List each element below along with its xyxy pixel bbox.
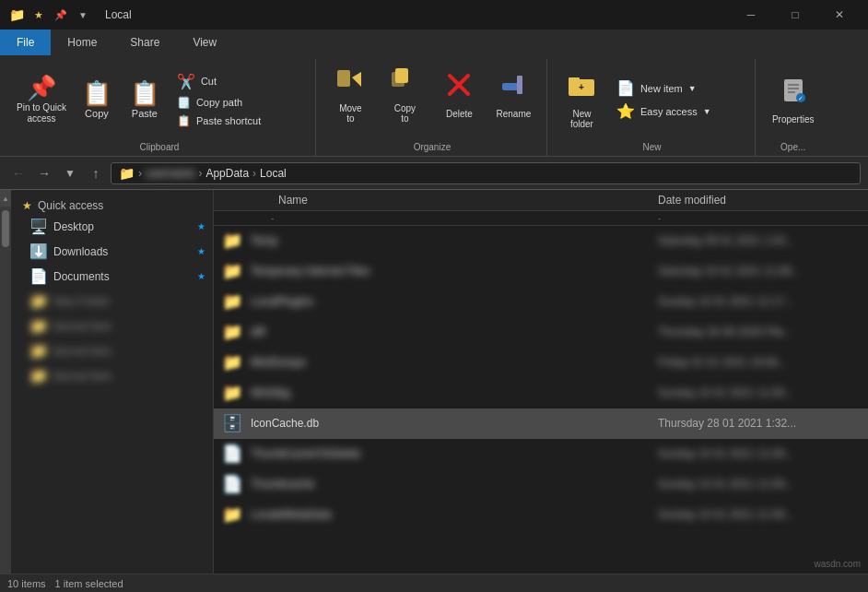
sort-name-indicator: - [271,213,658,223]
file-icon-4: 📁 [221,352,243,373]
quick-access-icon[interactable]: ★ [29,6,48,24]
pin-quickaccess-button[interactable]: 📌 Pin to Quick access [11,72,72,128]
ribbon-group-open: ✓ Properties Ope... [757,59,829,156]
move-to-icon [335,65,365,101]
table-row[interactable]: 📁 diff Thursday 26 09 2020 File... [214,317,868,348]
pin-icon[interactable]: 📌 [52,6,70,24]
file-icon-2: 📁 [221,291,243,312]
scroll-up-button[interactable]: ▲ [0,190,11,207]
paste-shortcut-button[interactable]: 📋 Paste shortcut [170,112,308,130]
maximize-button[interactable]: □ [774,2,816,28]
file-icon-9: 📁 [221,504,243,525]
svg-rect-3 [395,68,408,83]
documents-icon: 📄 [29,267,48,285]
copy-to-button[interactable]: Copy to [380,61,430,127]
sort-row: - - [214,211,868,226]
svg-rect-0 [337,70,350,87]
path-username: username [146,167,194,180]
cut-button[interactable]: ✂️ Cut [170,70,308,93]
path-appdata: AppData [205,167,249,180]
tab-home[interactable]: Home [51,30,113,55]
col-name-header[interactable]: Name [251,194,658,207]
table-row[interactable]: 📁 WinDbg Sunday 10 01 2021 11:05... [214,378,868,408]
new-item-arrow: ▼ [688,84,697,93]
easy-access-icon: ⭐ [616,102,635,120]
move-to-button[interactable]: Move to [325,61,376,127]
copy-path-button[interactable]: 🗒️ Copy path [170,93,308,112]
clipboard-label: Clipboard [140,138,180,152]
ribbon-group-clipboard: 📌 Pin to Quick access 📋 Copy 📋 Paste ✂️ … [4,59,316,156]
easy-access-button[interactable]: ⭐ Easy access ▼ [609,100,747,123]
copy-to-icon [390,65,419,101]
table-row[interactable]: 📁 LocalPlugins Sunday 10 01 2021 12:17..… [214,287,868,317]
item-count: 10 items [7,578,46,589]
sidebar-item-blurred2[interactable]: 📁 blurred item [11,338,213,363]
clipboard-buttons: 📌 Pin to Quick access 📋 Copy 📋 Paste ✂️ … [11,61,308,138]
file-icon-7: 📄 [221,444,243,464]
table-row[interactable]: 📄 ThumbCacheToDelete Sunday 10 01 2021 1… [214,439,868,469]
sidebar-item-desktop[interactable]: 🖥️ Desktop ★ [11,214,213,239]
sidebar-item-documents[interactable]: 📄 Documents ★ [11,264,213,289]
clipboard-small-col: ✂️ Cut 🗒️ Copy path 📋 Paste shortcut [170,70,308,130]
new-item-button[interactable]: 📄 New item ▼ [609,77,747,100]
table-row[interactable]: 📁 LocaleMetaData Sunday 10 01 2021 11:09… [214,500,868,530]
sidebar-item-downloads[interactable]: ⬇️ Downloads ★ [11,239,213,264]
file-icon-1: 📁 [221,261,243,281]
up-button[interactable]: ↑ [85,162,107,184]
svg-text:+: + [580,82,585,92]
copy-path-icon: 🗒️ [177,96,191,109]
sort-date-indicator: - [658,213,861,223]
delete-icon [444,70,474,106]
quick-access-label: ★ Quick access [11,194,213,214]
file-icon-3: 📁 [221,322,243,342]
tab-share[interactable]: Share [113,30,176,55]
tab-view[interactable]: View [176,30,233,55]
path-separator-3: › [252,167,256,180]
file-icon-8: 📄 [221,474,243,494]
table-row[interactable]: 📄 Thumbcache Sunday 10 01 2021 11:09... [214,469,868,500]
tab-file[interactable]: File [0,30,51,55]
file-list-header: Name Date modified [214,190,868,211]
desktop-icon: 🖥️ [29,218,48,235]
pin-downloads-icon: ★ [197,246,205,256]
ribbon: 📌 Pin to Quick access 📋 Copy 📋 Paste ✂️ … [0,55,868,157]
paste-large-button[interactable]: 📋 Paste [122,77,168,123]
sidebar-scroll[interactable]: ▲ [0,190,11,574]
sidebar-item-blurred1[interactable]: 📁 blurred item [11,314,213,338]
blurred2-icon: 📁 [29,342,48,360]
table-row[interactable]: 📁 Temp Saturday 09 01 2021 1:03... [214,226,868,256]
back-button[interactable]: ← [7,162,29,184]
paste-large-icon: 📋 [130,81,159,105]
table-row[interactable]: 📁 Temporary Internet Files Saturday 23 0… [214,256,868,287]
close-button[interactable]: ✕ [818,2,861,28]
table-row[interactable]: 🗄️ IconCache.db Thursday 28 01 2021 1:32… [214,408,868,439]
delete-button[interactable]: Delete [434,66,485,123]
ribbon-group-organize: Move to Copy to Delete [318,59,547,156]
minimize-button[interactable]: ─ [730,2,772,28]
path-local: Local [260,167,287,180]
down-arrow-icon[interactable]: ▼ [74,6,92,24]
path-separator-2: › [198,167,202,180]
organize-label: Organize [414,138,452,152]
title-bar: 📁 ★ 📌 ▼ Local ─ □ ✕ [0,0,868,30]
copy-large-button[interactable]: 📋 Copy [74,77,120,123]
table-row[interactable]: 📁 MiniDumps Friday 01 01 2021 19:06... [214,348,868,378]
scroll-thumb[interactable] [2,210,9,247]
col-date-header[interactable]: Date modified [658,194,861,207]
new-folder-button[interactable]: + New folder [557,66,607,133]
blurred3-icon: 📁 [29,367,48,385]
address-path[interactable]: 📁 › username › AppData › Local [111,162,861,184]
sidebar-item-newfolder[interactable]: 📁 New Folder [11,289,213,314]
pin-documents-icon: ★ [197,271,205,281]
organize-buttons: Move to Copy to Delete [325,61,539,127]
properties-button[interactable]: ✓ Properties [765,72,822,128]
blurred1-icon: 📁 [29,317,48,335]
rename-button[interactable]: Rename [488,66,539,123]
forward-button[interactable]: → [33,162,55,184]
rename-icon [499,70,528,106]
paste-shortcut-icon: 📋 [177,114,191,127]
easy-access-arrow: ▼ [703,107,711,116]
copy-large-icon: 📋 [82,81,111,105]
sidebar-item-blurred3[interactable]: 📁 blurred item [11,363,213,388]
recent-button[interactable]: ▼ [59,162,81,184]
